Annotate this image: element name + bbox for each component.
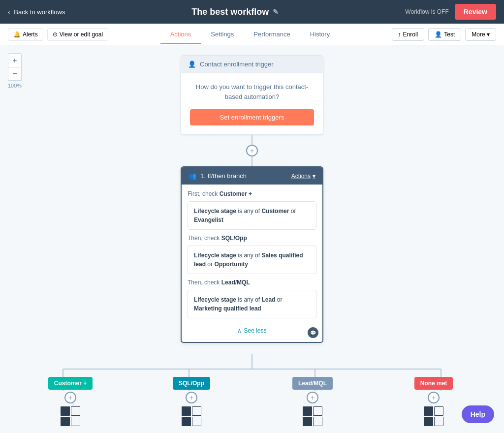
- tab-performance[interactable]: Performance: [244, 26, 300, 44]
- enroll-label: Enroll: [403, 31, 418, 38]
- see-less-icon: ∧: [237, 327, 242, 334]
- condition-box-3[interactable]: Lifecycle stage is any of Lead or Market…: [188, 290, 316, 318]
- top-navigation: ‹ Back to workflows The best workflow ✎ …: [0, 0, 504, 24]
- see-less-label: See less: [244, 327, 266, 334]
- condition-or-1: or: [291, 208, 296, 215]
- zoom-in-button[interactable]: +: [8, 53, 22, 67]
- test-button[interactable]: 👤 Test: [428, 28, 461, 41]
- condition-prop-2: Lifecycle stage: [194, 252, 236, 259]
- trigger-header-label: Contact enrollment trigger: [200, 61, 274, 68]
- back-to-workflows-link[interactable]: ‹ Back to workflows: [8, 8, 65, 16]
- condition-val2-3: Marketing qualified lead: [194, 305, 261, 312]
- branch-bottom-area: Customer + + SQL/Opp + Lead/MQL +: [0, 354, 504, 433]
- condition-op-1: is any of: [238, 208, 260, 215]
- alerts-button[interactable]: 🔔 Alerts: [8, 28, 43, 41]
- condition-prop-1: Lifecycle stage: [194, 208, 236, 215]
- review-button[interactable]: Review: [455, 4, 496, 20]
- view-edit-goal-button[interactable]: ⊙ View or edit goal: [47, 28, 109, 41]
- comment-icon[interactable]: 💬: [308, 327, 318, 338]
- condition-box-1[interactable]: Lifecycle stage is any of Customer or Ev…: [188, 201, 316, 230]
- enroll-icon: ↑: [398, 31, 401, 38]
- condition-op-2: is any of: [238, 252, 260, 259]
- add-step-leadmql[interactable]: +: [307, 392, 318, 403]
- branch-label-leadmql[interactable]: Lead/MQL: [292, 377, 333, 390]
- branch-card-body: First, check Customer + Lifecycle stage …: [182, 185, 322, 342]
- condition-prop-3: Lifecycle stage: [194, 296, 236, 303]
- branch-label-customer[interactable]: Customer +: [48, 377, 93, 390]
- top-nav-actions: Workflow is OFF Review: [405, 4, 496, 20]
- back-arrow-icon: ‹: [8, 8, 10, 16]
- tab-settings[interactable]: Settings: [201, 26, 244, 44]
- condition-val2-1: Evangelist: [194, 216, 223, 223]
- secondary-nav-left: 🔔 Alerts ⊙ View or edit goal: [8, 28, 108, 41]
- trigger-card-header: 👤 Contact enrollment trigger: [181, 56, 323, 73]
- connector-line-2: [252, 156, 252, 166]
- condition-val-1: Customer: [261, 208, 289, 215]
- workflow-name: The best workflow: [191, 7, 269, 17]
- add-step-customer[interactable]: +: [64, 392, 76, 403]
- secondary-nav-right: ↑ Enroll 👤 Test More ▾: [392, 28, 496, 41]
- tab-actions[interactable]: Actions: [160, 26, 201, 44]
- back-label: Back to workflows: [14, 8, 65, 16]
- branch-col-leadmql: Lead/MQL +: [257, 377, 368, 428]
- trigger-body-text: How do you want to trigger this contact-…: [190, 82, 314, 101]
- condition-op-3: is any of: [238, 296, 260, 303]
- secondary-navigation: 🔔 Alerts ⊙ View or edit goal Actions Set…: [0, 24, 504, 45]
- workflow-canvas: + − 100% 👤 Contact enrollment trigger Ho…: [0, 45, 504, 433]
- trigger-card-body: How do you want to trigger this contact-…: [181, 73, 323, 134]
- branch-col-sqlopp: SQL/Opp +: [136, 377, 247, 428]
- goal-icon: ⊙: [53, 31, 58, 38]
- condition-or-2: or: [207, 261, 213, 268]
- add-step-sqlopp[interactable]: +: [186, 392, 197, 403]
- condition-box-2[interactable]: Lifecycle stage is any of Sales qualifie…: [188, 246, 316, 274]
- branch-actions-link[interactable]: Actions ▾: [291, 173, 315, 180]
- branch-columns: Customer + + SQL/Opp + Lead/MQL +: [0, 377, 504, 428]
- connector-line-1: [252, 135, 252, 145]
- workflow-title-area: The best workflow ✎: [191, 7, 279, 17]
- main-tabs: Actions Settings Performance History: [160, 26, 340, 43]
- check-label-3: Then, check Lead/MQL: [188, 279, 316, 286]
- branch-icon: 👥: [189, 172, 196, 180]
- edit-workflow-icon[interactable]: ✎: [273, 8, 279, 16]
- tab-history[interactable]: History: [300, 26, 340, 44]
- check-label-2: Then, check SQL/Opp: [188, 235, 316, 242]
- goal-label: View or edit goal: [60, 31, 103, 38]
- add-step-nonemet[interactable]: +: [428, 392, 440, 403]
- branch-end-nonemet: [424, 406, 443, 426]
- condition-val2-2: Opportunity: [214, 261, 248, 268]
- check-label-1: First, check Customer +: [188, 190, 316, 197]
- branch-card: 👥 1. If/then branch Actions ▾ First, che…: [181, 166, 323, 343]
- condition-val-3: Lead: [261, 296, 275, 303]
- test-icon: 👤: [435, 31, 442, 38]
- workflow-content: 👤 Contact enrollment trigger How do you …: [181, 45, 323, 343]
- add-step-button-1[interactable]: +: [246, 145, 258, 156]
- zoom-level: 100%: [8, 83, 22, 89]
- help-button[interactable]: Help: [462, 405, 494, 423]
- enroll-button[interactable]: ↑ Enroll: [392, 28, 425, 41]
- alerts-label: Alerts: [23, 31, 38, 38]
- branch-label-sqlopp[interactable]: SQL/Opp: [173, 377, 210, 390]
- set-enrollment-triggers-button[interactable]: Set enrollment triggers: [190, 109, 314, 125]
- branch-label-nonemet[interactable]: None met: [414, 377, 453, 390]
- test-label: Test: [444, 31, 455, 38]
- branch-end-customer: [61, 406, 80, 426]
- alerts-icon: 🔔: [13, 31, 21, 38]
- branch-header-label: 1. If/then branch: [200, 172, 247, 180]
- see-less-button[interactable]: ∧ See less: [188, 323, 316, 336]
- trigger-card: 👤 Contact enrollment trigger How do you …: [181, 55, 323, 135]
- branch-header-left: 👥 1. If/then branch: [189, 172, 247, 180]
- more-button[interactable]: More ▾: [465, 28, 496, 41]
- branch-col-customer: Customer + +: [15, 377, 126, 428]
- contact-icon: 👤: [188, 61, 196, 68]
- branch-end-sqlopp: [182, 406, 201, 426]
- branch-card-header: 👥 1. If/then branch Actions ▾: [182, 167, 322, 185]
- zoom-controls: + − 100%: [8, 53, 22, 89]
- condition-or-3: or: [277, 296, 283, 303]
- branch-end-leadmql: [303, 406, 322, 426]
- zoom-out-button[interactable]: −: [8, 67, 22, 81]
- workflow-status: Workflow is OFF: [405, 8, 448, 15]
